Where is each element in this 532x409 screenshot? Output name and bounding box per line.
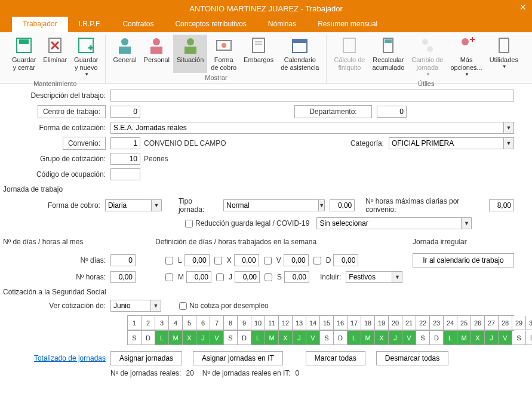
recalcular-button[interactable]: Recalcular acumulado xyxy=(368,35,408,79)
chevron-down-icon[interactable]: ▼ xyxy=(503,122,514,134)
cal-day-wd[interactable]: D xyxy=(238,331,251,345)
tipo-jornada-select[interactable] xyxy=(223,199,318,211)
cal-day-num[interactable]: 18 xyxy=(361,316,375,330)
cal-day-wd[interactable]: S xyxy=(416,331,430,345)
mas-opciones-button[interactable]: Más opciones...▼ xyxy=(447,35,485,79)
desmarcar-todas-button[interactable]: Desmarcar todas xyxy=(376,351,448,365)
cal-day-wd[interactable]: L xyxy=(155,331,169,345)
cal-day-num[interactable]: 7 xyxy=(210,316,224,330)
cal-day-wd[interactable]: D xyxy=(430,331,444,345)
j-input[interactable] xyxy=(235,271,260,283)
chevron-down-icon[interactable]: ▼ xyxy=(151,199,162,211)
cal-day-num[interactable]: 21 xyxy=(402,316,416,330)
cal-day-num[interactable]: 27 xyxy=(485,316,499,330)
tab-trabajador[interactable]: Trabajador xyxy=(12,17,68,32)
cal-day-num[interactable]: 15 xyxy=(320,316,334,330)
cal-day-num[interactable]: 3 xyxy=(155,316,169,330)
cal-day-wd[interactable]: S xyxy=(512,331,526,345)
cal-day-wd[interactable]: S xyxy=(320,331,334,345)
x-checkbox[interactable] xyxy=(214,257,222,265)
cal-day-wd[interactable]: V xyxy=(210,331,224,345)
asignar-it-button[interactable]: Asignar jornadas en IT xyxy=(193,351,283,365)
cal-day-num[interactable]: 16 xyxy=(334,316,348,330)
tab-nominas[interactable]: Nóminas xyxy=(257,17,307,32)
cal-day-num[interactable]: 19 xyxy=(375,316,389,330)
save-new-button[interactable]: Guardar y nuevo▼ xyxy=(70,35,102,79)
situacion-button[interactable]: Situación xyxy=(173,35,207,73)
cal-day-num[interactable]: 1 xyxy=(128,316,142,330)
nhoras-input[interactable] xyxy=(110,271,136,283)
tab-irpf[interactable]: I.R.P.F. xyxy=(68,17,112,32)
chevron-down-icon[interactable]: ▼ xyxy=(503,137,514,149)
cal-day-num[interactable]: 20 xyxy=(389,316,402,330)
forma-cobro-select[interactable] xyxy=(105,199,151,211)
departamento-button[interactable]: Departamento: xyxy=(294,105,372,118)
save-close-button[interactable]: Guardar y cerrar xyxy=(8,35,39,79)
calendario-button[interactable]: Calendario de asistencia xyxy=(277,35,322,73)
marcar-todas-button[interactable]: Marcar todas xyxy=(306,351,365,365)
utilidades-button[interactable]: Utilidades▼ xyxy=(486,35,522,79)
cal-day-num[interactable]: 5 xyxy=(183,316,196,330)
close-icon[interactable]: × xyxy=(519,1,526,14)
ir-calendario-button[interactable]: Ir al calendario de trabajo xyxy=(413,253,514,267)
cal-day-wd[interactable]: J xyxy=(196,331,210,345)
l-input[interactable] xyxy=(184,254,210,266)
cal-day-num[interactable]: 12 xyxy=(279,316,293,330)
centro-input[interactable] xyxy=(110,106,140,118)
cal-day-num[interactable]: 28 xyxy=(499,316,512,330)
tab-resumen[interactable]: Resumen mensual xyxy=(307,17,388,32)
cal-day-wd[interactable]: D xyxy=(526,331,532,345)
cal-day-wd[interactable]: M xyxy=(265,331,279,345)
delete-button[interactable]: Eliminar xyxy=(39,35,70,79)
tab-conceptos[interactable]: Conceptos retributivos xyxy=(164,17,257,32)
l-checkbox[interactable] xyxy=(165,257,173,265)
descripcion-input[interactable] xyxy=(110,90,514,102)
ndias-input[interactable] xyxy=(110,254,136,266)
cal-day-wd[interactable]: S xyxy=(224,331,238,345)
cal-day-num[interactable]: 10 xyxy=(251,316,265,330)
chevron-down-icon[interactable]: ▼ xyxy=(318,199,325,211)
cal-day-num[interactable]: 22 xyxy=(416,316,430,330)
cal-day-num[interactable]: 23 xyxy=(430,316,444,330)
cal-day-wd[interactable]: J xyxy=(293,331,306,345)
cal-day-num[interactable]: 4 xyxy=(169,316,183,330)
cal-day-num[interactable]: 11 xyxy=(265,316,279,330)
s-checkbox[interactable] xyxy=(265,273,272,281)
convenio-button[interactable]: Convenio: xyxy=(63,137,106,150)
chevron-down-icon[interactable]: ▼ xyxy=(150,300,161,312)
s-input[interactable] xyxy=(284,271,309,283)
cal-day-num[interactable]: 13 xyxy=(293,316,306,330)
no-desempleo-checkbox[interactable] xyxy=(179,302,187,310)
cal-day-wd[interactable]: X xyxy=(279,331,293,345)
cal-day-wd[interactable]: M xyxy=(169,331,183,345)
v-input[interactable] xyxy=(284,254,309,266)
x-input[interactable] xyxy=(234,254,259,266)
cal-day-num[interactable]: 6 xyxy=(196,316,210,330)
cal-day-wd[interactable]: L xyxy=(444,331,457,345)
mes-select[interactable] xyxy=(110,300,150,312)
cal-day-wd[interactable]: J xyxy=(389,331,402,345)
cal-day-wd[interactable]: X xyxy=(183,331,196,345)
cal-day-num[interactable]: 17 xyxy=(348,316,361,330)
cal-day-num[interactable]: 29 xyxy=(512,316,526,330)
cal-day-num[interactable]: 25 xyxy=(457,316,471,330)
cal-day-wd[interactable]: L xyxy=(348,331,361,345)
m-checkbox[interactable] xyxy=(165,273,173,281)
centro-button[interactable]: Centro de trabajo: xyxy=(38,105,106,118)
personal-button[interactable]: Personal xyxy=(140,35,173,73)
cal-day-num[interactable]: 30 xyxy=(526,316,532,330)
cal-day-wd[interactable]: J xyxy=(485,331,499,345)
embargos-button[interactable]: Embargos xyxy=(240,35,277,73)
v-checkbox[interactable] xyxy=(264,257,272,265)
general-button[interactable]: General xyxy=(109,35,140,73)
cal-day-wd[interactable]: D xyxy=(334,331,348,345)
cal-day-num[interactable]: 26 xyxy=(471,316,485,330)
cal-day-wd[interactable]: M xyxy=(361,331,375,345)
cal-day-wd[interactable]: S xyxy=(128,331,142,345)
cal-day-num[interactable]: 24 xyxy=(444,316,457,330)
reduccion-checkbox[interactable] xyxy=(185,220,193,227)
cal-day-wd[interactable]: V xyxy=(402,331,416,345)
incluir-select[interactable] xyxy=(346,271,392,283)
grupo-num-input[interactable] xyxy=(110,153,140,165)
chevron-down-icon[interactable]: ▼ xyxy=(392,271,402,283)
